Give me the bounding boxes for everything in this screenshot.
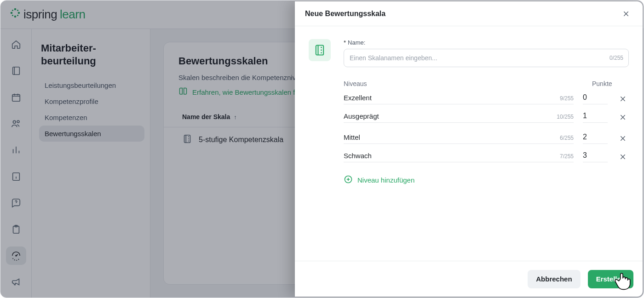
level-points-input[interactable] bbox=[583, 151, 608, 162]
name-char-count: 0/255 bbox=[610, 55, 623, 61]
level-points-input[interactable] bbox=[583, 93, 608, 104]
level-row: 9/255 bbox=[344, 89, 629, 108]
name-label: * Name: bbox=[344, 39, 629, 46]
level-char-count: 7/255 bbox=[556, 153, 574, 160]
level-name-input[interactable] bbox=[344, 112, 553, 120]
plus-circle-icon bbox=[344, 175, 353, 185]
level-delete-button[interactable] bbox=[617, 151, 629, 163]
scale-name-input[interactable] bbox=[344, 49, 629, 67]
level-name-input[interactable] bbox=[344, 133, 556, 141]
level-char-count: 9/255 bbox=[556, 95, 574, 102]
level-delete-button[interactable] bbox=[617, 111, 629, 123]
level-row: 10/255 bbox=[344, 108, 629, 126]
level-points-input[interactable] bbox=[583, 112, 608, 123]
svg-rect-19 bbox=[316, 46, 323, 55]
cancel-button[interactable]: Abbrechen bbox=[528, 270, 580, 288]
create-button[interactable]: Erstellen bbox=[588, 270, 633, 288]
level-char-count: 6/255 bbox=[556, 135, 574, 141]
level-points-input[interactable] bbox=[583, 133, 608, 144]
level-delete-button[interactable] bbox=[617, 132, 629, 144]
points-col-label: Punkte bbox=[592, 80, 629, 87]
levels-col-label: Niveaus bbox=[344, 80, 367, 87]
add-level-button[interactable]: Niveau hinzufügen bbox=[344, 175, 629, 185]
level-char-count: 10/255 bbox=[553, 114, 574, 120]
close-button[interactable] bbox=[620, 7, 632, 20]
add-level-label: Niveau hinzufügen bbox=[357, 176, 414, 184]
level-row: 6/255 bbox=[344, 129, 629, 147]
scale-icon bbox=[309, 39, 331, 61]
drawer-new-scale: Neue Bewertungsskala * Name: 0/255 Nivea bbox=[295, 1, 643, 297]
level-delete-button[interactable] bbox=[617, 93, 629, 105]
drawer-title: Neue Bewertungsskala bbox=[305, 10, 385, 18]
level-name-input[interactable] bbox=[344, 94, 556, 102]
level-name-input[interactable] bbox=[344, 152, 556, 160]
level-row: 7/255 bbox=[344, 147, 629, 166]
